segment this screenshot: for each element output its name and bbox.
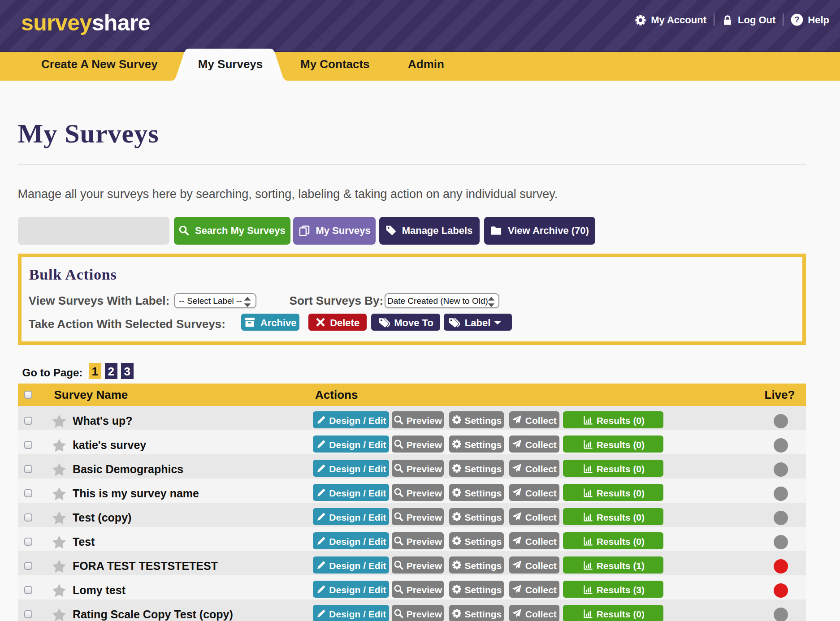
svg-text:?: ? xyxy=(795,15,800,24)
